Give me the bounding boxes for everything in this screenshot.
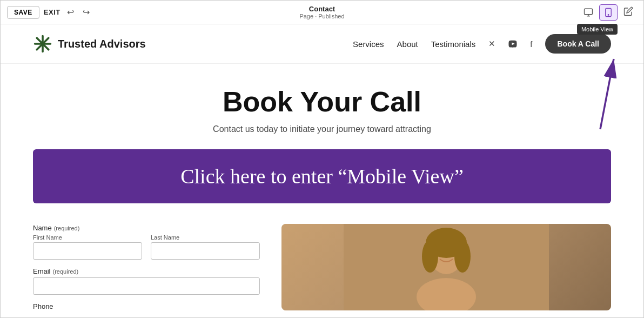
svg-rect-15 (344, 224, 549, 310)
logo-text: Trusted Advisors (58, 38, 146, 50)
toolbar-right: Mobile View (580, 4, 637, 21)
svg-rect-0 (585, 9, 593, 15)
email-label: Email (required) (33, 267, 260, 275)
hero-title: Book Your Call (33, 85, 611, 118)
photo-placeholder (281, 224, 611, 310)
save-button[interactable]: SAVE (7, 6, 39, 19)
nav-services[interactable]: Services (353, 39, 384, 49)
form-photo-section: Name (required) First Name Last Name (1, 213, 643, 318)
redo-button[interactable]: ↪ (81, 6, 92, 18)
book-call-button[interactable]: Book A Call (545, 34, 611, 54)
social-x-icon[interactable]: ✕ (488, 39, 495, 49)
mobile-icon (603, 8, 613, 17)
pencil-icon (623, 6, 633, 16)
name-row: First Name Last Name (33, 234, 260, 260)
mobile-view-tooltip-container: Mobile View (599, 4, 618, 21)
nav-links: Services About Testimonials ✕ f Book A C… (353, 34, 611, 54)
last-name-sublabel: Last Name (151, 234, 260, 241)
hero-section: Book Your Call Contact us today to initi… (1, 64, 643, 140)
person-photo (281, 224, 611, 310)
cta-banner-text: Click here to enter “Mobile View” (180, 165, 464, 188)
desktop-view-button[interactable] (580, 5, 597, 20)
name-field-group: Name (required) First Name Last Name (33, 224, 260, 260)
cta-banner[interactable]: Click here to enter “Mobile View” (33, 149, 611, 203)
social-youtube-icon[interactable] (508, 39, 517, 48)
first-name-sublabel: First Name (33, 234, 142, 241)
page-canvas: Trusted Advisors Services About Testimon… (1, 24, 643, 318)
logo-icon (33, 34, 52, 54)
nav-testimonials[interactable]: Testimonials (431, 39, 476, 49)
edit-button[interactable] (620, 4, 637, 21)
first-name-input[interactable] (33, 242, 142, 260)
first-name-col: First Name (33, 234, 142, 260)
last-name-input[interactable] (151, 242, 260, 260)
phone-label: Phone (33, 302, 260, 310)
hero-subtitle: Contact us today to initiate your journe… (33, 124, 611, 134)
mobile-view-button[interactable] (599, 4, 618, 21)
toolbar-center: Contact Page · Published (299, 5, 344, 19)
page-title: Contact (299, 5, 344, 13)
toolbar: SAVE EXIT ↩ ↪ Contact Page · Published (1, 1, 643, 24)
social-facebook-icon[interactable]: f (530, 39, 532, 49)
undo-button[interactable]: ↩ (65, 6, 76, 18)
toolbar-left: SAVE EXIT ↩ ↪ (7, 6, 92, 19)
nav-about[interactable]: About (397, 39, 418, 49)
email-field-group: Email (required) (33, 267, 260, 295)
exit-button[interactable]: EXIT (44, 8, 61, 16)
page-status: Page · Published (299, 13, 344, 19)
site-logo: Trusted Advisors (33, 34, 146, 54)
desktop-icon (583, 8, 593, 17)
mobile-view-tooltip: Mobile View (577, 24, 618, 35)
phone-field-group: Phone (33, 302, 260, 310)
last-name-col: Last Name (151, 234, 260, 260)
name-label: Name (required) (33, 224, 260, 232)
svg-point-4 (608, 14, 609, 15)
email-input[interactable] (33, 277, 260, 295)
youtube-icon (508, 39, 517, 48)
site-nav: Trusted Advisors Services About Testimon… (1, 24, 643, 64)
form-section: Name (required) First Name Last Name (33, 224, 260, 318)
photo-section (281, 224, 611, 310)
